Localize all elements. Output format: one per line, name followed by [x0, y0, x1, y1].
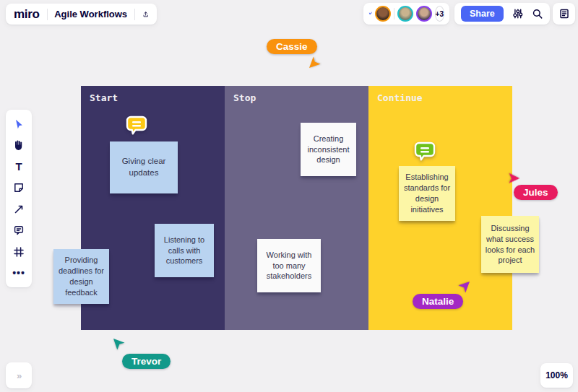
- divider: [47, 9, 48, 20]
- sticky-note[interactable]: Working with too many stakeholders: [257, 239, 321, 292]
- cursor-name-label: Jules: [514, 185, 558, 200]
- divider: [134, 9, 135, 20]
- frame-tool-icon[interactable]: [12, 245, 26, 259]
- cursor-name-label: Natalie: [413, 294, 463, 309]
- arrow-tool-icon[interactable]: [12, 202, 26, 217]
- comment-marker-icon[interactable]: [413, 140, 437, 165]
- sticky-note[interactable]: Listening to calls with customers: [155, 224, 214, 277]
- cursor-icon: [113, 338, 126, 351]
- select-tool-icon[interactable]: [12, 117, 26, 131]
- sticky-note[interactable]: Giving clear updates: [110, 141, 178, 193]
- zoom-level-button[interactable]: 100%: [540, 363, 573, 388]
- column-label: Continue: [377, 92, 512, 103]
- cursor-name-label: Trevor: [122, 354, 171, 369]
- follow-cursor-icon[interactable]: [368, 8, 372, 19]
- comment-tool-icon[interactable]: [12, 223, 26, 238]
- export-icon[interactable]: [142, 9, 149, 20]
- avatar[interactable]: [397, 6, 413, 22]
- more-tools-icon[interactable]: •••: [12, 266, 26, 280]
- board-title[interactable]: Agile Workflows: [54, 9, 127, 19]
- collaborators-card: +3: [363, 3, 449, 25]
- text-tool-icon[interactable]: T: [12, 160, 26, 174]
- hand-tool-icon[interactable]: [12, 138, 26, 152]
- search-icon[interactable]: [532, 8, 543, 19]
- sticky-note[interactable]: Creating inconsistent design: [301, 123, 356, 176]
- app-header-card: miro Agile Workflows: [6, 4, 157, 25]
- notes-panel-card: [553, 3, 575, 25]
- comment-marker-icon[interactable]: [124, 114, 149, 139]
- miro-logo[interactable]: miro: [14, 7, 40, 22]
- sticky-note[interactable]: Providing deadlines for design feedback: [53, 249, 109, 304]
- share-button[interactable]: Share: [461, 6, 504, 22]
- column-label: Start: [90, 92, 225, 103]
- sliders-icon[interactable]: [512, 8, 524, 19]
- avatar[interactable]: [416, 6, 432, 22]
- cursor-name-label: Cassie: [267, 39, 317, 54]
- share-card: Share: [454, 3, 550, 25]
- collaborators-overflow-badge[interactable]: +3: [435, 6, 444, 22]
- tools-toolbar: T •••: [6, 110, 32, 287]
- column-label: Stop: [233, 92, 368, 103]
- avatar[interactable]: [375, 6, 391, 22]
- expand-panel-button[interactable]: »: [6, 362, 32, 388]
- document-icon[interactable]: [558, 8, 570, 19]
- sticky-note[interactable]: Establishing standards for design initia…: [399, 166, 455, 221]
- cursor-icon: [309, 56, 322, 69]
- cursor-icon: [457, 281, 470, 294]
- chevron-double-right-icon: »: [17, 370, 21, 381]
- sticky-note[interactable]: Discussing what success looks for each p…: [481, 216, 539, 273]
- sticky-note-tool-icon[interactable]: [12, 180, 26, 195]
